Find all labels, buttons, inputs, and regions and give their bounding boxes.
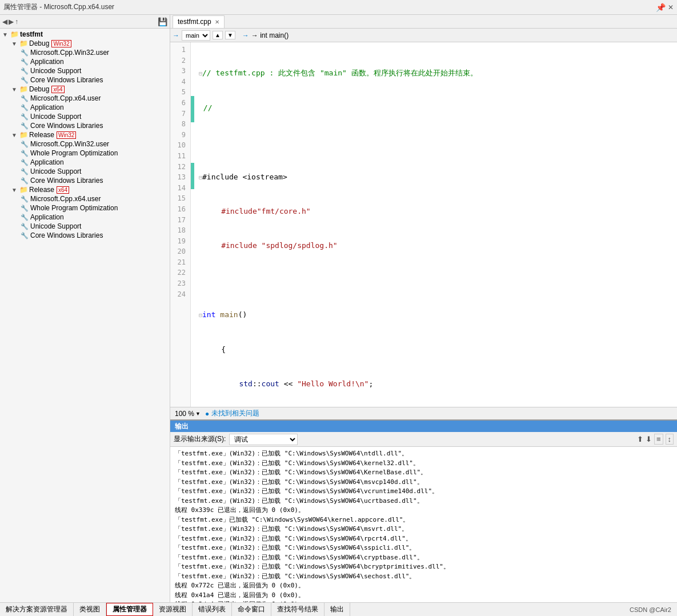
item-label: Microsoft.Cpp.x64.user <box>30 94 101 102</box>
status-indicator: ● 未找到相关问题 <box>205 409 259 418</box>
wrench-icon: 🔧 <box>21 214 29 221</box>
output-panel: 输出 显示输出来源(S): 调试 ⬆ ⬇ ≡ ↕ 「testfmt.exe」(W… <box>170 419 677 602</box>
item-label: Unicode Support <box>30 67 81 75</box>
tree-item-wpo-1[interactable]: 🔧 Whole Program Optimization <box>0 149 170 158</box>
bottom-tab-classview[interactable]: 类视图 <box>74 603 106 617</box>
folder-icon: 📁 <box>19 186 28 194</box>
wrench-icon: 🔧 <box>21 104 29 111</box>
group-label: Debug <box>29 85 49 93</box>
property-manager-panel: ◀ ▶ ↑ 💾 ▼ 📁 testfmt ▼ 📁 Debug Win32 <box>0 15 170 602</box>
item-label: Microsoft.Cpp.Win32.user <box>30 140 109 148</box>
code-line-8: ⊟int main() <box>199 309 672 321</box>
bottom-tab-bar: 解决方案资源管理器 类视图 属性管理器 资源视图 错误列表 命令窗口 查找符号结… <box>0 602 677 616</box>
tree-item-msvcwin32[interactable]: 🔧 Microsoft.Cpp.Win32.user <box>0 48 170 57</box>
back-icon[interactable]: ◀ <box>2 18 7 26</box>
toolbar-icon-4[interactable]: ↕ <box>666 434 674 445</box>
item-label: Application <box>30 158 64 166</box>
bottom-tab-command[interactable]: 命令窗口 <box>232 603 271 617</box>
bottom-tab-property[interactable]: 属性管理器 <box>106 603 153 617</box>
wrench-icon: 🔧 <box>21 141 29 148</box>
tree-item-app-1[interactable]: 🔧 Application <box>0 57 170 66</box>
tree-group-release-win32[interactable]: ▼ 📁 Release Win32 <box>0 130 170 139</box>
root-label: testfmt <box>20 30 43 38</box>
forward-icon[interactable]: ▶ <box>9 18 14 26</box>
pin-icon[interactable]: 📌 <box>656 3 666 12</box>
item-label: Application <box>30 213 64 221</box>
tree-item-unicode-4[interactable]: 🔧 Unicode Support <box>0 222 170 231</box>
bottom-tab-output[interactable]: 输出 <box>325 603 350 617</box>
badge-win32: Win32 <box>51 40 71 47</box>
code-line-10: std::cout << "Hello World!\n"; <box>199 378 672 390</box>
tree-group-debug-win32[interactable]: ▼ 📁 Debug Win32 <box>0 39 170 48</box>
output-source-select[interactable]: 调试 <box>229 434 298 445</box>
toolbar-icon-2[interactable]: ⬇ <box>646 435 652 443</box>
project-icon: 📁 <box>10 30 19 38</box>
fold-icon[interactable]: ⊟ <box>199 174 202 181</box>
tree-item-unicode-2[interactable]: 🔧 Unicode Support <box>0 112 170 121</box>
wrench-icon: 🔧 <box>21 205 29 212</box>
bottom-tab-errors[interactable]: 错误列表 <box>193 603 232 617</box>
tab-testfmt[interactable]: testfmt.cpp ✕ <box>173 15 225 28</box>
output-line: 「testfmt.exe」(Win32)：已加载 "C:\Windows\Sys… <box>175 497 672 506</box>
tree-group-release-x64[interactable]: ▼ 📁 Release x64 <box>0 185 170 194</box>
arrow-icon: → <box>173 31 179 39</box>
tree-item-cwl-1[interactable]: 🔧 Core Windows Libraries <box>0 75 170 85</box>
nav-down-icon[interactable]: ▼ <box>225 31 235 39</box>
code-line-3 <box>199 137 672 148</box>
wrench-icon: 🔧 <box>21 150 29 157</box>
up-icon[interactable]: ↑ <box>15 18 18 26</box>
code-editor[interactable]: 1 2 3 4 5 6 7 8 9 10 11 12 13 14 15 16 1 <box>170 42 677 407</box>
tree-item-msvccpp-x64[interactable]: 🔧 Microsoft.Cpp.x64.user <box>0 94 170 103</box>
bottom-tab-resource[interactable]: 资源视图 <box>153 603 193 617</box>
wrench-icon: 🔧 <box>21 122 29 130</box>
save-icon[interactable]: 💾 <box>158 17 167 26</box>
tree-item-cwl-2[interactable]: 🔧 Core Windows Libraries <box>0 121 170 130</box>
tree-item-app-4[interactable]: 🔧 Application <box>0 213 170 222</box>
zoom-level[interactable]: 100 % ▼ <box>175 410 201 418</box>
folder-icon: 📁 <box>19 39 28 47</box>
output-title: 输出 <box>170 421 677 432</box>
tab-close-icon[interactable]: ✕ <box>215 19 219 25</box>
bottom-tab-solution[interactable]: 解决方案资源管理器 <box>0 603 74 617</box>
toolbar-icon-1[interactable]: ⬆ <box>637 435 643 443</box>
code-panel: testfmt.cpp ✕ → main ▲ ▼ → → int main() … <box>170 15 677 602</box>
toolbar-icon-3[interactable]: ≡ <box>654 434 663 445</box>
item-label: Unicode Support <box>30 167 81 175</box>
tree-group-debug-x64[interactable]: ▼ 📁 Debug x64 <box>0 85 170 94</box>
status-text: 未找到相关问题 <box>211 409 259 418</box>
item-label: Application <box>30 58 64 66</box>
output-source-label: 显示输出来源(S): <box>174 434 226 444</box>
scope-selector[interactable]: main <box>182 30 210 41</box>
tree-root[interactable]: ▼ 📁 testfmt <box>0 30 170 39</box>
nav-up-icon[interactable]: ▲ <box>213 31 223 39</box>
output-line: 「testfmt.exe」(Win32)：已加载 "C:\Windows\Sys… <box>175 572 672 582</box>
wrench-icon: 🔧 <box>21 49 29 57</box>
output-line: 「testfmt.exe」(Win32)：已加载 "C:\Windows\Sys… <box>175 543 672 553</box>
output-line: 「testfmt.exe」(Win32)：已加载 "C:\Windows\Sys… <box>175 553 672 563</box>
group-label: Release <box>29 186 54 194</box>
tree-item-app-3[interactable]: 🔧 Application <box>0 158 170 167</box>
item-label: Application <box>30 103 64 111</box>
tree-item-unicode-1[interactable]: 🔧 Unicode Support <box>0 66 170 75</box>
tree-item-cwl-3[interactable]: 🔧 Core Windows Libraries <box>0 176 170 185</box>
wrench-icon: 🔧 <box>21 58 29 66</box>
item-label: Core Windows Libraries <box>30 177 103 185</box>
tree-item-unicode-3[interactable]: 🔧 Unicode Support <box>0 167 170 176</box>
tab-bar: testfmt.cpp ✕ <box>170 15 677 29</box>
bottom-tab-findsymbol[interactable]: 查找符号结果 <box>271 603 325 617</box>
wrench-icon: 🔧 <box>21 223 29 230</box>
tree-item-app-2[interactable]: 🔧 Application <box>0 103 170 112</box>
status-bar: 100 % ▼ ● 未找到相关问题 <box>170 407 677 419</box>
close-icon[interactable]: ✕ <box>668 3 674 11</box>
tree-item-msvcwin32-rel[interactable]: 🔧 Microsoft.Cpp.Win32.user <box>0 139 170 149</box>
tree-item-msvccpp-x64-rel[interactable]: 🔧 Microsoft.Cpp.x64.user <box>0 194 170 203</box>
tree-item-cwl-4[interactable]: 🔧 Core Windows Libraries <box>0 231 170 240</box>
output-line: 「testfmt.exe」(Win32)：已加载 "C:\Windows\Sys… <box>175 449 672 459</box>
code-text-area[interactable]: ⊟// testfmt.cpp : 此文件包含 "main" 函数。程序执行将在… <box>194 42 677 407</box>
tree-view: ▼ 📁 testfmt ▼ 📁 Debug Win32 🔧 Microsoft.… <box>0 29 170 602</box>
wrench-icon: 🔧 <box>21 67 29 75</box>
fold-icon[interactable]: ⊟ <box>199 70 202 77</box>
func-label: → int main() <box>251 31 289 39</box>
tree-item-wpo-2[interactable]: 🔧 Whole Program Optimization <box>0 203 170 213</box>
output-line: 「testfmt.exe」(Win32)：已加载 "C:\Windows\Sys… <box>175 562 672 572</box>
